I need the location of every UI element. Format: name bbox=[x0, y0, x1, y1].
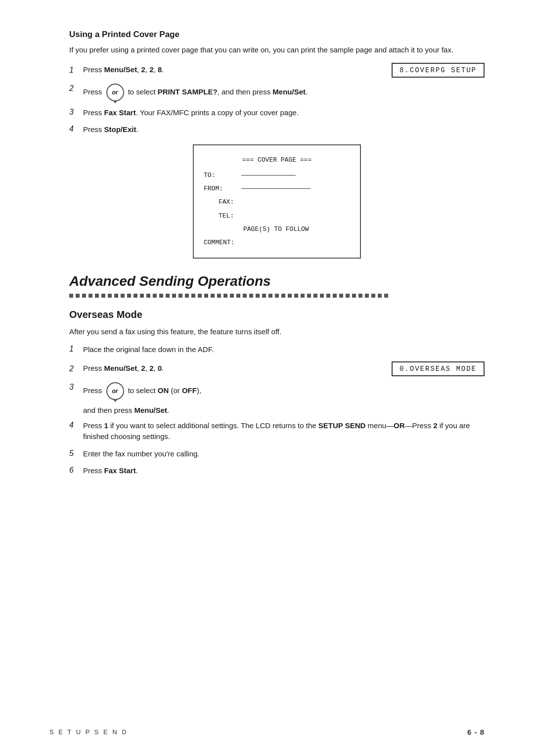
adv-step-2: 2 Press Menu/Set, 2, 2, 0. 0.OVERSEAS MO… bbox=[69, 361, 485, 376]
dot-11 bbox=[134, 294, 137, 298]
dot-47 bbox=[365, 294, 369, 298]
dot-36 bbox=[294, 294, 298, 298]
dot-26 bbox=[230, 294, 234, 298]
dot-48 bbox=[371, 294, 375, 298]
dot-34 bbox=[281, 294, 285, 298]
dot-6 bbox=[101, 294, 105, 298]
adv-step-4-bold-or: OR bbox=[394, 421, 405, 430]
dot-31 bbox=[262, 294, 266, 298]
dot-12 bbox=[140, 294, 144, 298]
dot-43 bbox=[339, 294, 343, 298]
step-2-content: Press or to select PRINT SAMPLE?, and th… bbox=[83, 84, 485, 101]
dot-3 bbox=[82, 294, 86, 298]
cp-comment-label: COMMENT: bbox=[204, 236, 234, 249]
adv-step-3: 3 Press or to select ON (or OFF), bbox=[69, 382, 485, 400]
adv-step-4: 4 Press 1 if you want to select addition… bbox=[69, 420, 485, 443]
footer-left: S E T U P S E N D bbox=[49, 728, 128, 736]
adv-step-number-3: 3 bbox=[69, 382, 83, 392]
dot-13 bbox=[146, 294, 150, 298]
adv-step-2-content: Press Menu/Set, 2, 2, 0. bbox=[83, 363, 382, 374]
adv-step-3-bold-on: ON bbox=[158, 386, 169, 395]
dot-39 bbox=[313, 294, 317, 298]
dot-17 bbox=[172, 294, 176, 298]
step-1-bold-2b: 2 bbox=[149, 65, 153, 74]
step-number-3: 3 bbox=[69, 107, 83, 117]
adv-step-4-bold-setup: SETUP SEND bbox=[318, 421, 366, 430]
cp-from-underline bbox=[241, 188, 311, 189]
dot-14 bbox=[153, 294, 157, 298]
dot-42 bbox=[333, 294, 337, 298]
dot-18 bbox=[178, 294, 182, 298]
step-2: 2 Press or to select PRINT SAMPLE?, and … bbox=[69, 84, 485, 101]
adv-step-6: 6 Press Fax Start. bbox=[69, 465, 485, 477]
dot-10 bbox=[127, 294, 131, 298]
cp-pages-line: PAGE(S) TO FOLLOW bbox=[204, 222, 350, 236]
adv-step-4-bold-1: 1 bbox=[104, 421, 108, 430]
cp-title: === COVER PAGE === bbox=[204, 153, 350, 167]
dot-5 bbox=[95, 294, 99, 298]
dot-1 bbox=[69, 294, 73, 298]
adv-step-2-bold-menuset: Menu/Set bbox=[104, 364, 137, 372]
step-1: 1 Press Menu/Set, 2, 2, 8. 8.COVERPG SET… bbox=[69, 63, 485, 78]
dot-50 bbox=[384, 294, 388, 298]
step-4: 4 Press Stop/Exit. bbox=[69, 124, 485, 135]
dot-22 bbox=[204, 294, 208, 298]
dot-7 bbox=[108, 294, 112, 298]
step-4-content: Press Stop/Exit. bbox=[83, 124, 485, 135]
lcd-overseas: 0.OVERSEAS MODE bbox=[392, 361, 485, 376]
adv-step-5-content: Enter the fax number you're calling. bbox=[83, 448, 485, 460]
step-1-bold-8: 8 bbox=[158, 65, 162, 74]
dot-20 bbox=[191, 294, 195, 298]
adv-step-number-6: 6 bbox=[69, 465, 83, 475]
dot-4 bbox=[89, 294, 92, 298]
dot-23 bbox=[211, 294, 215, 298]
adv-step-number-5: 5 bbox=[69, 448, 83, 458]
adv-step-1: 1 Place the original face down in the AD… bbox=[69, 344, 485, 356]
chapter-title: Advanced Sending Operations bbox=[69, 273, 485, 289]
cover-page-section: Using a Printed Cover Page If you prefer… bbox=[69, 30, 485, 259]
adv-step-3b: and then press Menu/Set. bbox=[83, 406, 485, 414]
dot-40 bbox=[320, 294, 324, 298]
adv-step-5: 5 Enter the fax number you're calling. bbox=[69, 448, 485, 460]
page-container: Using a Printed Cover Page If you prefer… bbox=[0, 0, 534, 756]
dot-24 bbox=[217, 294, 221, 298]
dot-separator bbox=[69, 293, 485, 298]
dot-33 bbox=[275, 294, 279, 298]
cover-page-body: If you prefer using a printed cover page… bbox=[69, 44, 485, 56]
dot-49 bbox=[378, 294, 382, 298]
cover-page-title: Using a Printed Cover Page bbox=[69, 30, 485, 40]
step-3: 3 Press Fax Start. Your FAX/MFC prints a… bbox=[69, 107, 485, 119]
cp-tel-label: TEL: bbox=[204, 209, 253, 222]
step-4-bold-stopexit: Stop/Exit bbox=[104, 125, 136, 133]
cp-fax-line: FAX: bbox=[204, 195, 350, 209]
overseas-intro: After you send a fax using this feature,… bbox=[69, 326, 485, 338]
dot-8 bbox=[114, 294, 118, 298]
cp-pages-label: PAGE(S) TO FOLLOW bbox=[204, 222, 309, 236]
adv-step-3-bold-off: OFF bbox=[182, 386, 197, 395]
dot-29 bbox=[249, 294, 253, 298]
adv-step-number-2: 2 bbox=[69, 364, 83, 373]
cp-to-line: TO: bbox=[204, 169, 350, 182]
adv-step-3-content: Press or to select ON (or OFF), bbox=[83, 382, 485, 400]
dot-9 bbox=[121, 294, 125, 298]
cp-to-underline bbox=[241, 175, 296, 176]
adv-step-3b-bold: Menu/Set bbox=[134, 406, 167, 414]
advanced-section: Advanced Sending Operations bbox=[69, 273, 485, 477]
adv-step-4-content: Press 1 if you want to select additional… bbox=[83, 420, 485, 443]
cp-from-line: FROM: bbox=[204, 182, 350, 195]
adv-step-6-bold-faxstart: Fax Start bbox=[104, 466, 136, 475]
cp-tel-line: TEL: bbox=[204, 209, 350, 222]
adv-step-number-4: 4 bbox=[69, 420, 83, 430]
dot-25 bbox=[223, 294, 227, 298]
step-1-bold-2: 2 bbox=[141, 65, 145, 74]
cover-page-preview: === COVER PAGE === TO: FROM: FAX: TEL: P… bbox=[193, 144, 361, 259]
page-footer: S E T U P S E N D 6 - 8 bbox=[0, 728, 534, 736]
dot-27 bbox=[236, 294, 240, 298]
adv-step-number-1: 1 bbox=[69, 344, 83, 354]
dot-41 bbox=[326, 294, 330, 298]
step-1-bold-menuset: Menu/Set bbox=[104, 65, 137, 74]
dot-44 bbox=[346, 294, 350, 298]
dot-28 bbox=[243, 294, 247, 298]
lcd-coverpg: 8.COVERPG SETUP bbox=[392, 63, 485, 78]
overseas-mode-title: Overseas Mode bbox=[69, 309, 485, 320]
